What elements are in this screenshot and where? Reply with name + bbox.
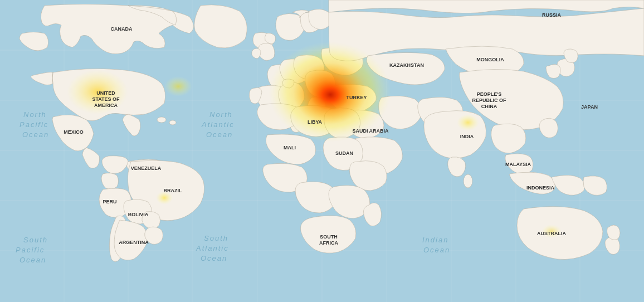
south-atlantic-label3: Ocean — [201, 254, 227, 262]
russia-label: RUSSIA — [542, 12, 562, 18]
svg-point-23 — [457, 114, 479, 131]
mongolia-label: MONGOLIA — [476, 57, 504, 62]
indian-ocean-label2: Ocean — [423, 246, 450, 254]
usa-label2: STATES OF — [92, 96, 120, 102]
svg-point-22 — [164, 76, 192, 96]
south-atlantic-label2: Atlantic — [196, 244, 229, 252]
malaysia-label: MALAYSIA — [505, 162, 531, 167]
north-atlantic-label2: Atlantic — [201, 120, 235, 129]
mali-label: MALI — [284, 145, 296, 150]
south-africa-label1: SOUTH — [320, 234, 338, 240]
libya-label: LIBYA — [308, 119, 323, 125]
venezuela-label: VENEZUELA — [131, 165, 162, 171]
saudi-label: SAUDI ARABIA — [352, 128, 389, 134]
japan-label: JAPAN — [581, 104, 598, 110]
sudan-label: SUDAN — [335, 150, 353, 156]
south-pacific-label2: Pacific — [16, 246, 45, 254]
svg-point-16 — [169, 120, 176, 125]
south-pacific-label: South — [23, 236, 48, 244]
china-label2: REPUBLIC OF — [472, 98, 506, 103]
peru-label: PERU — [103, 199, 116, 204]
china-label1: PEOPLE'S — [477, 91, 502, 97]
north-pacific-label3: Ocean — [22, 130, 49, 139]
north-atlantic-label3: Ocean — [206, 130, 233, 139]
canada-label: CANADA — [111, 26, 133, 32]
indian-ocean-label: Indian — [422, 236, 448, 244]
usa-label: UNITED — [96, 90, 115, 96]
north-pacific-label2: Pacific — [19, 120, 48, 129]
svg-point-20 — [311, 79, 350, 110]
usa-label3: AMERICA — [94, 103, 118, 108]
svg-point-17 — [464, 174, 472, 188]
south-atlantic-label: South — [204, 234, 228, 242]
turkey-label: TURKEY — [346, 95, 367, 100]
bolivia-label: BOLIVIA — [128, 212, 149, 217]
south-pacific-label3: Ocean — [19, 256, 46, 264]
kazakhstan-label: KAZAKHSTAN — [389, 62, 424, 68]
brazil-label: BRAZIL — [164, 188, 182, 193]
mexico-label: MEXICO — [64, 129, 84, 135]
indonesia-label: INDONESIA — [526, 185, 555, 191]
north-atlantic-label: North — [209, 110, 233, 119]
india-label: INDIA — [460, 134, 474, 139]
north-pacific-label: North — [23, 110, 47, 119]
china-label3: CHINA — [481, 104, 497, 109]
svg-point-15 — [157, 117, 166, 123]
south-africa-label2: AFRICA — [319, 240, 338, 246]
australia-label: AUSTRALIA — [537, 231, 566, 236]
world-map: CANADA UNITED STATES OF AMERICA MEXICO V… — [0, 0, 644, 302]
argentina-label: ARGENTINA — [119, 240, 149, 245]
